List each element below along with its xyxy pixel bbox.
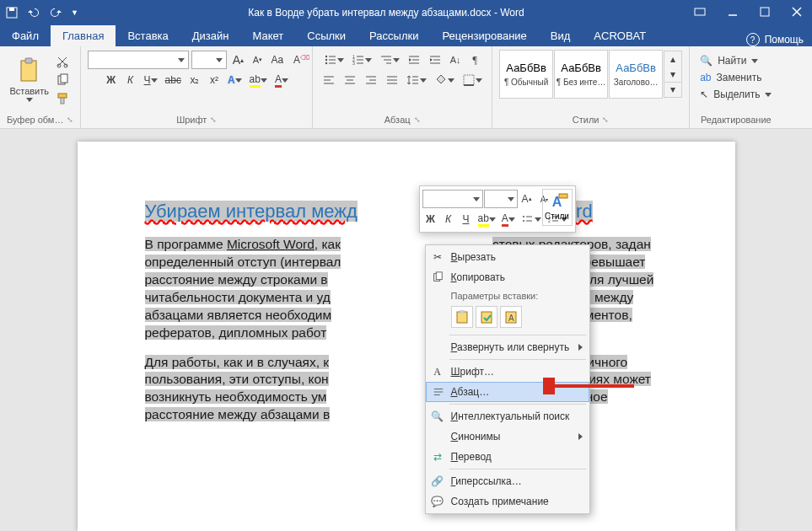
styles-more-icon[interactable]: ▾	[664, 82, 681, 97]
paste-text-only-icon[interactable]: A	[500, 306, 522, 328]
svg-rect-2	[695, 8, 705, 15]
comment-icon: 💬	[431, 495, 444, 508]
grow-font-button[interactable]: A▴	[229, 51, 246, 68]
mini-grow-font[interactable]: A▴	[519, 190, 535, 208]
tab-acrobat[interactable]: ACROBAT	[582, 25, 658, 46]
replace-icon: ab	[700, 72, 711, 83]
dialog-launcher-icon[interactable]: ⤡	[210, 115, 217, 124]
borders-button[interactable]	[460, 72, 485, 88]
tab-view[interactable]: Вид	[539, 25, 583, 46]
tab-mailings[interactable]: Рассылки	[358, 25, 430, 46]
tab-insert[interactable]: Вставка	[116, 25, 180, 46]
ctx-cut[interactable]: ✂Вырезать	[426, 247, 589, 267]
maximize-icon[interactable]	[760, 7, 770, 19]
dialog-launcher-icon[interactable]: ⤡	[602, 115, 609, 124]
paste-merge-icon[interactable]	[476, 306, 497, 328]
ctx-translate[interactable]: ⇄Перевод	[426, 447, 589, 467]
ctx-font[interactable]: AШрифт…	[426, 362, 589, 382]
undo-icon[interactable]	[27, 6, 40, 19]
paste-keep-source-icon[interactable]	[451, 306, 473, 328]
window-title: Как в Ворде убрать интервал между абзаца…	[78, 7, 694, 19]
text-effects-button[interactable]: A	[225, 72, 245, 88]
bold-button[interactable]: Ж	[103, 72, 120, 88]
minimize-icon[interactable]	[728, 7, 738, 19]
document-area: Убираем интервал междord В программе Mic…	[0, 129, 812, 531]
document-page[interactable]: Убираем интервал междord В программе Mic…	[78, 142, 735, 531]
dialog-launcher-icon[interactable]: ⤡	[67, 115, 73, 124]
tab-home[interactable]: Главная	[51, 25, 116, 46]
ctx-copy[interactable]: Копировать	[426, 267, 589, 287]
line-spacing-button[interactable]	[404, 72, 429, 88]
style-normal[interactable]: АаБбВв¶ Обычный	[499, 50, 553, 99]
strike-button[interactable]: abc	[163, 72, 184, 88]
svg-rect-63	[436, 272, 442, 280]
multilevel-button[interactable]	[377, 51, 402, 68]
shrink-font-button[interactable]: A▾	[249, 51, 266, 68]
justify-button[interactable]	[383, 72, 401, 88]
styles-scroll-down-icon[interactable]: ▾	[664, 67, 681, 82]
close-icon[interactable]	[792, 7, 802, 19]
mini-highlight[interactable]: ab	[476, 210, 498, 228]
mini-italic[interactable]: К	[440, 210, 457, 228]
select-button[interactable]: ↖Выделить	[696, 87, 775, 102]
align-right-button[interactable]	[362, 72, 380, 88]
ctx-hyperlink[interactable]: 🔗Гиперссылка…	[426, 471, 589, 491]
tab-layout[interactable]: Макет	[240, 25, 295, 46]
mini-size-combo[interactable]	[484, 190, 518, 208]
help-icon[interactable]: ?	[746, 33, 760, 46]
sort-button[interactable]: A↓	[447, 51, 464, 68]
copy-icon[interactable]	[53, 72, 72, 88]
mini-styles-button[interactable]: A Стили	[542, 189, 573, 226]
ribbon-display-icon[interactable]	[694, 6, 706, 20]
redo-icon[interactable]	[49, 6, 62, 19]
font-icon: A	[431, 365, 444, 378]
clear-format-button[interactable]: A⌫	[288, 51, 305, 68]
shading-button[interactable]	[432, 72, 457, 88]
cut-icon[interactable]	[53, 53, 72, 70]
highlight-button[interactable]: ab	[247, 72, 270, 88]
mini-font-combo[interactable]	[422, 190, 483, 208]
paste-button[interactable]: Вставить	[9, 50, 50, 109]
find-button[interactable]: 🔍Найти	[696, 53, 775, 68]
superscript-button[interactable]: x²	[206, 72, 223, 88]
ctx-smart-lookup[interactable]: 🔍Интеллектуальный поиск	[426, 406, 589, 426]
format-painter-icon[interactable]	[53, 90, 72, 107]
styles-scroll-up-icon[interactable]: ▴	[664, 51, 681, 67]
dialog-launcher-icon[interactable]: ⤡	[414, 115, 421, 124]
ctx-paragraph[interactable]: Абзац…	[426, 382, 589, 402]
qat-more-icon[interactable]: ▼	[71, 8, 78, 17]
mini-font-color[interactable]: A	[499, 210, 518, 228]
help-label[interactable]: Помощь	[765, 34, 804, 46]
underline-button[interactable]: Ч	[142, 72, 160, 88]
align-center-button[interactable]	[341, 72, 359, 88]
subscript-button[interactable]: x₂	[186, 72, 203, 88]
decrease-indent-button[interactable]	[405, 51, 423, 68]
style-nospacing[interactable]: АаБбВв¶ Без инте…	[554, 50, 608, 99]
replace-button[interactable]: abЗаменить	[696, 70, 775, 85]
bullets-button[interactable]	[321, 51, 347, 68]
increase-indent-button[interactable]	[426, 51, 444, 68]
tab-file[interactable]: Файл	[0, 25, 51, 46]
italic-button[interactable]: К	[122, 72, 139, 88]
link-icon: 🔗	[431, 475, 444, 488]
show-marks-button[interactable]: ¶	[466, 51, 483, 68]
svg-rect-51	[464, 75, 474, 85]
tab-review[interactable]: Рецензирование	[430, 25, 538, 46]
font-family-combo[interactable]	[88, 51, 189, 69]
align-left-button[interactable]	[320, 72, 338, 88]
ctx-expand[interactable]: Развернуть или свернуть	[426, 337, 589, 357]
style-heading1[interactable]: АаБбВвЗаголово…	[609, 50, 663, 99]
tab-design[interactable]: Дизайн	[180, 25, 241, 46]
mini-bullets[interactable]	[519, 210, 544, 228]
mini-underline[interactable]: Ч	[458, 210, 475, 228]
ctx-comment[interactable]: 💬Создать примечание	[426, 491, 589, 512]
tab-references[interactable]: Ссылки	[295, 25, 358, 46]
mini-bold[interactable]: Ж	[422, 210, 439, 228]
change-case-button[interactable]: Aa	[268, 51, 286, 68]
svg-rect-8	[25, 58, 32, 63]
font-size-combo[interactable]	[191, 51, 227, 69]
font-color-button[interactable]: A	[272, 72, 291, 88]
save-icon[interactable]	[5, 6, 19, 19]
numbering-button[interactable]: 123	[349, 51, 374, 68]
ctx-synonyms[interactable]: Синонимы	[426, 426, 589, 447]
